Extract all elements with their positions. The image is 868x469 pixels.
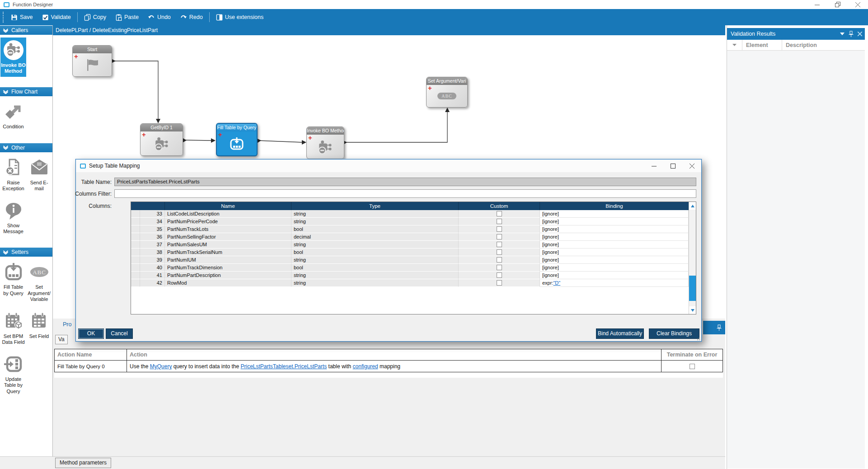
sidebar-item-set-field[interactable]: Set Field [26, 309, 52, 348]
node-fill-table-by-query[interactable]: Fill Table by Query + [216, 123, 258, 156]
save-button[interactable]: Save [6, 11, 38, 23]
custom-checkbox[interactable] [497, 257, 502, 263]
mapping-grid-row[interactable]: 34PartNumPricePerCodestring[ignore] [131, 218, 696, 225]
custom-checkbox[interactable] [497, 272, 502, 278]
custom-checkbox[interactable] [497, 219, 502, 224]
binding-cell[interactable]: [ignore] [540, 233, 689, 241]
custom-checkbox[interactable] [497, 234, 502, 239]
sidebar-item-condition[interactable]: Condition [0, 99, 26, 132]
maximize-button[interactable] [663, 159, 682, 172]
node-getbyid[interactable]: GetByID 1 + [140, 123, 183, 156]
resize-grip[interactable] [696, 337, 700, 340]
chevron-down-icon[interactable] [840, 33, 845, 35]
bind-automatically-button[interactable]: Bind Automatically [596, 328, 644, 339]
binding-cell[interactable]: [ignore] [540, 272, 689, 279]
scroll-up-button[interactable] [689, 202, 696, 210]
properties-panel-tab-fragment[interactable]: Va [55, 335, 68, 344]
custom-checkbox[interactable] [497, 242, 502, 247]
scroll-down-button[interactable] [689, 306, 696, 314]
actions-table-row[interactable]: Fill Table by Query 0Use the MyQuery que… [55, 360, 723, 372]
column-element[interactable]: Element [742, 40, 782, 50]
validation-results-header[interactable]: Validation Results [727, 28, 865, 40]
clear-bindings-button[interactable]: Clear Bindings [649, 328, 699, 339]
pin-icon[interactable] [849, 31, 854, 38]
tab-method-parameters[interactable]: Method parameters [55, 458, 111, 468]
use-extensions-button[interactable]: Use extensions [211, 11, 268, 23]
row-indicator [131, 233, 140, 241]
sidebar-item-fill-table-by-query[interactable]: Fill Table by Query [0, 259, 26, 305]
add-connection-icon[interactable]: + [142, 131, 146, 138]
column-type[interactable]: Type [291, 202, 459, 210]
grid-scrollbar[interactable] [689, 202, 696, 314]
mapping-grid-row[interactable]: 35PartNumTrackLotsbool[ignore] [131, 225, 696, 233]
sidebar-item-show-message[interactable]: Show Message [0, 198, 26, 237]
undo-button[interactable]: Undo [143, 11, 175, 23]
minimize-button[interactable] [644, 159, 663, 172]
column-custom[interactable]: Custom [459, 202, 540, 210]
sidebar-item-invoke-bo-method[interactable]: Invoke BO Method [0, 38, 26, 77]
node-set-argument-variable[interactable]: Set Argument/Vari + ABC [426, 77, 468, 108]
mapping-grid-row[interactable]: 37PartNumSalesUMstring[ignore] [131, 241, 696, 249]
mapping-grid-row[interactable]: 39PartNumIUMstring[ignore] [131, 256, 696, 264]
dialog-titlebar[interactable]: Setup Table Mapping [76, 159, 701, 172]
restore-button[interactable] [827, 0, 848, 9]
add-connection-icon[interactable]: + [308, 135, 312, 141]
binding-cell[interactable]: [ignore] [540, 264, 689, 272]
sidebar-section-other[interactable]: Other [0, 143, 52, 152]
column-description[interactable]: Description [782, 40, 865, 50]
binding-cell[interactable]: [ignore] [540, 249, 689, 256]
custom-checkbox[interactable] [497, 280, 502, 286]
filter-dropdown[interactable] [727, 40, 742, 50]
mapping-grid-row[interactable]: 40PartNumTrackDimensionbool[ignore] [131, 264, 696, 272]
sidebar-section-callers[interactable]: Callers [0, 26, 52, 35]
binding-cell[interactable]: [ignore] [540, 256, 689, 264]
binding-cell[interactable]: [ignore] [540, 210, 689, 218]
action-link[interactable]: PriceLstPartsTableset.PriceLstParts [240, 363, 327, 370]
binding-cell[interactable]: [ignore] [540, 241, 689, 249]
columns-filter-input[interactable] [114, 189, 696, 198]
paste-button[interactable]: Paste [111, 11, 143, 23]
pin-icon[interactable] [717, 324, 722, 331]
binding-link[interactable]: "D" [553, 280, 560, 286]
close-icon[interactable] [682, 159, 701, 172]
custom-checkbox[interactable] [497, 249, 502, 255]
validate-button[interactable]: Validate [38, 11, 75, 23]
sidebar-item-send-e-mail[interactable]: Send E-mail [26, 155, 52, 194]
node-start[interactable]: Start + [72, 45, 112, 77]
sidebar-item-set-bpm-data-field[interactable]: Set BPM Data Field [0, 309, 26, 348]
mapping-grid-row[interactable]: 33ListCodeListDescriptionstring[ignore] [131, 210, 696, 218]
mapping-grid-row[interactable]: 36PartNumSellingFactordecimal[ignore] [131, 233, 696, 241]
add-connection-icon[interactable]: + [428, 85, 432, 91]
sidebar-item-raise-exception[interactable]: Raise Exception [0, 155, 26, 194]
toolbar-grip[interactable] [3, 12, 4, 23]
sidebar-section-setters[interactable]: Setters [0, 248, 52, 257]
custom-checkbox[interactable] [497, 265, 502, 270]
copy-button[interactable]: Copy [80, 11, 111, 23]
redo-button[interactable]: Redo [175, 11, 207, 23]
mapping-grid-row[interactable]: 41PartNumPartDescriptionstring[ignore] [131, 272, 696, 279]
close-icon[interactable] [858, 32, 862, 36]
terminate-checkbox[interactable] [690, 364, 695, 369]
close-icon[interactable] [848, 0, 868, 9]
ok-button[interactable]: OK [78, 328, 104, 339]
mapping-grid-row[interactable]: 38PartNumTrackSerialNumbool[ignore] [131, 249, 696, 256]
binding-cell[interactable]: expr:"D" [540, 279, 689, 287]
mapping-grid-row[interactable]: 42RowModstringexpr:"D" [131, 279, 696, 287]
binding-cell[interactable]: [ignore] [540, 225, 689, 233]
sidebar-item-set-argument-variable[interactable]: ABCSet Argument/ Variable [26, 259, 52, 305]
add-connection-icon[interactable]: + [218, 131, 222, 138]
custom-checkbox[interactable] [497, 226, 502, 232]
custom-checkbox[interactable] [497, 211, 502, 216]
add-connection-icon[interactable]: + [74, 53, 78, 60]
scrollbar-thumb[interactable] [689, 276, 696, 301]
cancel-button[interactable]: Cancel [106, 328, 133, 339]
node-invoke-bo-method[interactable]: Invoke BO Method + [306, 127, 344, 159]
sidebar-item-update-table-by-query[interactable]: Update Table by Query [0, 352, 26, 397]
action-link[interactable]: configured [353, 363, 378, 370]
minimize-button[interactable] [807, 0, 827, 9]
action-link[interactable]: MyQuery [150, 363, 172, 370]
binding-cell[interactable]: [ignore] [540, 218, 689, 225]
sidebar-section-flow-chart[interactable]: Flow Chart [0, 87, 52, 96]
column-binding[interactable]: Binding [540, 202, 689, 210]
column-name[interactable]: Name [165, 202, 291, 210]
